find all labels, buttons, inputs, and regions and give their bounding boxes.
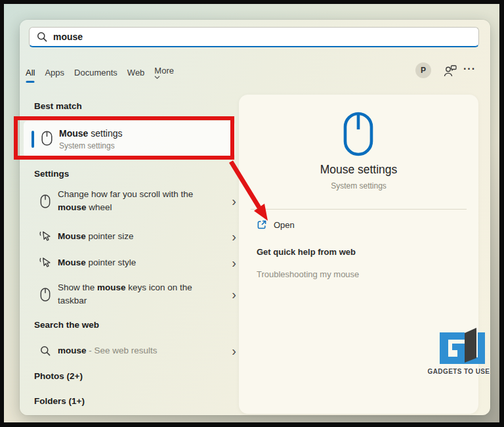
pointer-icon <box>38 257 52 269</box>
open-external-icon <box>257 219 267 230</box>
search-icon <box>37 32 47 42</box>
tab-more[interactable]: More <box>154 66 176 79</box>
mouse-icon <box>41 131 52 146</box>
result-mouse-keys[interactable]: Show the mouse keys icon on the taskbar <box>38 280 236 309</box>
preview-panel: Mouse settings System settings Open Get … <box>239 95 478 414</box>
search-icon <box>38 346 52 356</box>
panel-subtitle: System settings <box>239 181 478 191</box>
tab-documents[interactable]: Documents <box>74 68 117 78</box>
open-label: Open <box>274 220 295 230</box>
chevron-right-icon <box>232 194 236 208</box>
open-action[interactable]: Open <box>257 219 295 230</box>
mouse-icon <box>343 112 373 156</box>
search-window: All Apps Documents Web More P Best match <box>20 20 490 415</box>
photos-group-heading[interactable]: Photos (2+) <box>34 371 83 381</box>
best-match-subtitle: System settings <box>59 141 115 150</box>
settings-heading: Settings <box>34 169 69 179</box>
chevron-right-icon <box>232 230 236 243</box>
best-match-title: Mouse settings <box>59 128 122 139</box>
result-pointer-style[interactable]: Mouse pointer style <box>38 255 236 271</box>
panel-title: Mouse settings <box>239 163 478 177</box>
result-pointer-size[interactable]: Mouse pointer size <box>38 229 236 244</box>
folders-group-heading[interactable]: Folders (1+) <box>34 396 85 406</box>
desktop-background: All Apps Documents Web More P Best match <box>4 4 499 422</box>
chevron-down-icon <box>154 76 176 79</box>
best-match-result[interactable]: Mouse settings System settings <box>24 121 235 158</box>
tab-all[interactable]: All <box>26 68 35 78</box>
quick-help-heading: Get quick help from web <box>257 247 356 257</box>
tab-apps[interactable]: Apps <box>45 68 64 78</box>
best-match-heading: Best match <box>34 101 82 111</box>
tab-web[interactable]: Web <box>127 68 145 78</box>
pointer-icon <box>38 231 52 242</box>
divider <box>251 209 467 210</box>
web-result-mouse[interactable]: mouse - See web results <box>38 343 236 359</box>
chevron-right-icon <box>232 288 236 301</box>
chevron-right-icon <box>232 256 236 269</box>
search-box[interactable] <box>29 27 479 47</box>
troubleshoot-link[interactable]: Troubleshooting my mouse <box>257 269 359 279</box>
search-filter-tabs: All Apps Documents Web More <box>26 66 176 79</box>
feedback-icon[interactable] <box>442 63 458 79</box>
search-the-web-heading: Search the web <box>34 320 99 330</box>
avatar[interactable]: P <box>415 62 431 78</box>
screenshot-root: All Apps Documents Web More P Best match <box>0 0 504 427</box>
selection-indicator <box>32 131 34 148</box>
search-input[interactable] <box>53 32 471 42</box>
mouse-icon <box>38 194 52 208</box>
result-scroll-wheel[interactable]: Change how far you scroll with the mouse… <box>38 187 236 215</box>
more-options-icon[interactable] <box>463 63 480 76</box>
mouse-icon <box>38 288 52 302</box>
chevron-right-icon <box>232 344 236 357</box>
